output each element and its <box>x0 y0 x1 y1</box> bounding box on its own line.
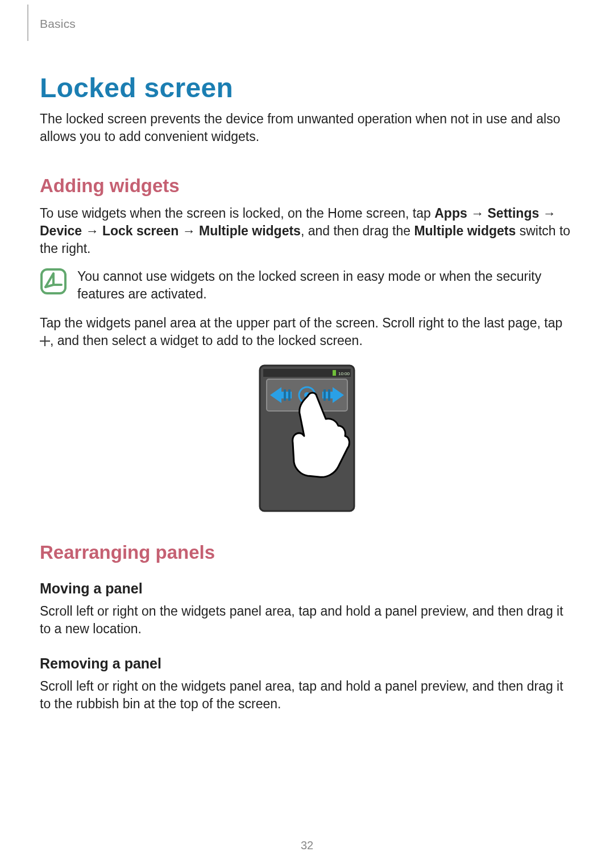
arrow-icon: → <box>539 206 555 221</box>
ui-path-apps: Apps <box>434 206 467 221</box>
subsection-moving-panel: Moving a panel <box>40 580 574 597</box>
note-text: You cannot use widgets on the locked scr… <box>77 268 574 303</box>
adding-widgets-steps: To use widgets when the screen is locked… <box>40 205 574 258</box>
page-number: 32 <box>0 839 614 852</box>
removing-panel-text: Scroll left or right on the widgets pane… <box>40 678 574 713</box>
breadcrumb: Basics <box>40 17 76 30</box>
ui-path-lock-screen: Lock screen <box>102 223 179 238</box>
section-rearranging-panels: Rearranging panels <box>40 542 574 563</box>
plus-icon <box>40 336 50 346</box>
text-fragment: , and then select a widget to add to the… <box>50 333 363 348</box>
text-fragment: To use widgets when the screen is locked… <box>40 206 434 221</box>
breadcrumb-separator <box>27 5 28 41</box>
svg-rect-2 <box>263 369 351 377</box>
note-callout: You cannot use widgets on the locked scr… <box>40 268 574 303</box>
section-adding-widgets: Adding widgets <box>40 175 574 197</box>
arrow-icon: → <box>467 206 488 221</box>
arrow-icon: → <box>82 223 102 238</box>
svg-rect-7 <box>288 389 291 401</box>
subsection-removing-panel: Removing a panel <box>40 655 574 672</box>
ui-label-multiple-widgets: Multiple widgets <box>414 223 516 238</box>
svg-rect-9 <box>328 389 330 401</box>
manual-page: Basics Locked screen The locked screen p… <box>0 0 614 868</box>
breadcrumb-wrap: Basics <box>40 17 574 41</box>
ui-path-settings: Settings <box>488 206 540 221</box>
figure-status-time: 10:00 <box>338 371 350 376</box>
note-icon <box>40 268 67 295</box>
figure-locked-screen-swipe: 10:00 <box>40 364 574 512</box>
moving-panel-text: Scroll left or right on the widgets pane… <box>40 603 574 638</box>
svg-rect-10 <box>323 389 326 401</box>
page-title: Locked screen <box>40 72 574 103</box>
text-fragment: , and then drag the <box>301 223 414 238</box>
text-fragment: Tap the widgets panel area at the upper … <box>40 315 562 330</box>
arrow-icon: → <box>179 223 199 238</box>
svg-rect-3 <box>333 370 336 376</box>
ui-path-multiple-widgets: Multiple widgets <box>199 223 301 238</box>
adding-widgets-tap: Tap the widgets panel area at the upper … <box>40 314 574 350</box>
svg-rect-6 <box>284 389 286 401</box>
ui-path-device: Device <box>40 223 82 238</box>
intro-paragraph: The locked screen prevents the device fr… <box>40 110 574 146</box>
